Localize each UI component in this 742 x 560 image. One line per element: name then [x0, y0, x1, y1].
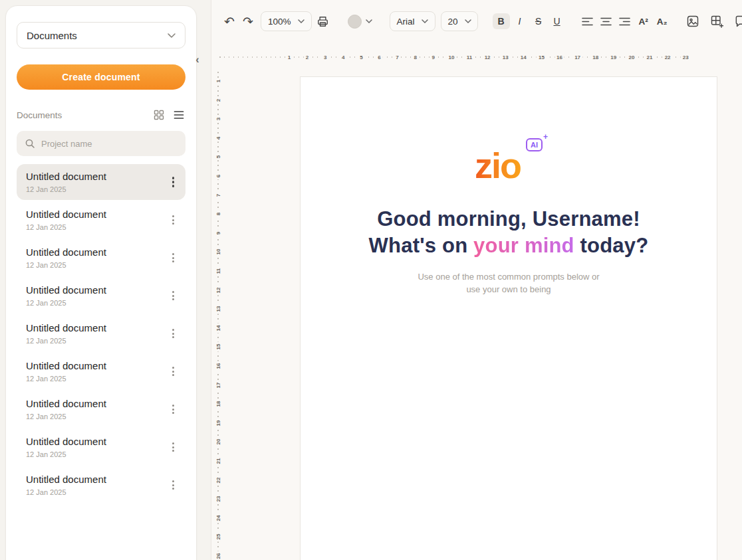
ruler-number: 26: [215, 551, 221, 560]
document-title: Untitled document: [26, 209, 106, 220]
document-list-item[interactable]: Untitled document 12 Jan 2025: [17, 353, 186, 389]
document-date: 12 Jan 2025: [26, 413, 106, 420]
font-size-select[interactable]: 20: [441, 11, 478, 31]
kebab-menu-icon[interactable]: [166, 173, 181, 191]
document-date: 12 Jan 2025: [26, 375, 106, 383]
document-meta: Untitled document 12 Jan 2025: [26, 398, 106, 420]
ruler-number: 13: [215, 304, 221, 314]
font-family-select[interactable]: Arial: [390, 11, 435, 31]
ruler-number: 8: [412, 54, 418, 60]
greeting-line1: Good morning, Username!: [301, 206, 717, 233]
editor-canvas: 1234567891011121314151617181920212223242…: [211, 66, 742, 560]
document-list-item[interactable]: Untitled document 12 Jan 2025: [17, 316, 186, 351]
ruler-number: 23: [215, 494, 221, 504]
comment-icon[interactable]: [732, 13, 742, 30]
workspace-selector[interactable]: Documents: [17, 22, 186, 48]
kebab-menu-icon[interactable]: [166, 250, 180, 266]
document-meta: Untitled document 12 Jan 2025: [26, 322, 106, 345]
align-right-button[interactable]: [616, 13, 634, 30]
undo-button[interactable]: ↶: [221, 13, 238, 30]
document-date: 12 Jan 2025: [26, 450, 106, 458]
editor-toolbar: ↶ ↷ 100% Aria: [211, 0, 742, 43]
kebab-menu-icon[interactable]: [166, 363, 180, 379]
ruler-number: 20: [626, 54, 636, 60]
ruler-number: 1: [286, 54, 293, 60]
chevron-down-icon: [298, 19, 305, 23]
grid-view-button[interactable]: [152, 108, 166, 122]
ruler-number: 20: [215, 437, 221, 447]
document-meta: Untitled document 12 Jan 2025: [26, 246, 106, 269]
kebab-menu-icon[interactable]: [166, 212, 180, 228]
search-icon: [25, 138, 35, 149]
document-date: 12 Jan 2025: [26, 185, 106, 193]
document-list-item[interactable]: Untitled document 12 Jan 2025: [17, 278, 186, 314]
ruler-number: 7: [394, 54, 400, 60]
create-document-button[interactable]: Create document: [17, 64, 186, 90]
insert-image-button[interactable]: [684, 13, 701, 30]
ruler-number: 2: [304, 54, 310, 60]
ruler-number: 7: [215, 191, 221, 198]
print-button[interactable]: [314, 13, 332, 30]
document-list: Untitled document 12 Jan 2025 Untitled d…: [17, 164, 186, 503]
subscript-button[interactable]: A₂: [654, 13, 671, 30]
greeting-line2-suffix: today?: [574, 234, 649, 257]
document-meta: Untitled document 12 Jan 2025: [26, 436, 106, 458]
greeting-line2-highlight: your mind: [473, 234, 574, 257]
document-list-header-label: Documents: [17, 110, 62, 120]
ruler-number: 14: [519, 54, 529, 60]
kebab-menu-icon[interactable]: [166, 439, 180, 455]
align-left-button[interactable]: [579, 13, 596, 30]
align-center-button[interactable]: [598, 13, 615, 30]
kebab-menu-icon[interactable]: [166, 401, 180, 417]
zoom-value: 100%: [268, 17, 291, 27]
document-meta: Untitled document 12 Jan 2025: [26, 284, 106, 307]
insert-table-button[interactable]: [708, 13, 725, 30]
search-input[interactable]: [41, 139, 178, 149]
ruler-number: 19: [215, 418, 221, 428]
ruler-number: 4: [340, 54, 346, 60]
document-date: 12 Jan 2025: [26, 223, 106, 231]
document-list-item[interactable]: Untitled document 12 Jan 2025: [17, 240, 186, 276]
strikethrough-button[interactable]: S: [530, 13, 547, 29]
document-list-item[interactable]: Untitled document 12 Jan 2025: [17, 202, 186, 238]
redo-button[interactable]: ↷: [239, 13, 257, 30]
text-color-picker[interactable]: [348, 15, 372, 29]
greeting-heading: Good morning, Username! What's on your m…: [301, 206, 717, 260]
document-page[interactable]: zio AI + Good morning, Username! What's …: [300, 76, 717, 560]
underline-button[interactable]: U: [549, 13, 566, 29]
ruler-number: 15: [215, 342, 221, 352]
bold-button[interactable]: B: [493, 13, 510, 29]
ruler-number: 18: [590, 54, 600, 60]
ruler-number: 4: [215, 135, 221, 141]
document-date: 12 Jan 2025: [26, 488, 106, 496]
document-list-header: Documents: [17, 108, 186, 122]
ruler-number: 12: [483, 54, 493, 60]
ruler-number: 23: [681, 54, 691, 60]
document-list-item[interactable]: Untitled document 12 Jan 2025: [17, 391, 186, 427]
ruler-number: 2: [215, 96, 221, 103]
italic-button[interactable]: I: [511, 13, 529, 29]
ruler-number: 11: [465, 54, 474, 60]
ruler-number: 3: [322, 54, 328, 60]
list-view-button[interactable]: [172, 108, 186, 122]
ai-badge: AI +: [526, 138, 543, 151]
zoom-select[interactable]: 100%: [261, 11, 312, 31]
ruler-number: 21: [645, 54, 655, 60]
collapse-sidebar-button[interactable]: ‹: [192, 52, 203, 67]
document-list-item[interactable]: Untitled document 12 Jan 2025: [17, 164, 186, 200]
kebab-menu-icon[interactable]: [166, 477, 180, 493]
document-title: Untitled document: [26, 474, 106, 485]
document-meta: Untitled document 12 Jan 2025: [26, 171, 106, 193]
document-meta: Untitled document 12 Jan 2025: [26, 474, 106, 496]
superscript-button[interactable]: A²: [635, 13, 652, 30]
ruler-number: 6: [215, 173, 221, 179]
ruler-number: 9: [430, 54, 437, 60]
kebab-menu-icon[interactable]: [166, 326, 180, 341]
ruler-number: 18: [215, 399, 221, 409]
kebab-menu-icon[interactable]: [166, 288, 180, 304]
document-list-item[interactable]: Untitled document 12 Jan 2025: [17, 429, 186, 465]
document-list-item[interactable]: Untitled document 12 Jan 2025: [17, 467, 186, 503]
chevron-down-icon: [168, 33, 176, 38]
document-date: 12 Jan 2025: [26, 299, 106, 307]
search-box: [17, 131, 186, 156]
